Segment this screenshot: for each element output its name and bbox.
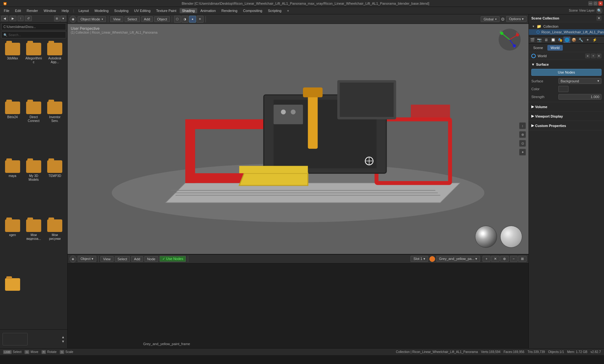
- folder-direct-connect[interactable]: Direct Connect: [24, 100, 43, 158]
- world-browse-btn[interactable]: ≡: [585, 53, 590, 58]
- physics-properties-tab[interactable]: ⚡: [591, 36, 598, 43]
- view-button[interactable]: View: [110, 16, 123, 22]
- folder-autodesk[interactable]: Autodesk App...: [45, 41, 65, 99]
- nav-back-button[interactable]: ◀: [1, 16, 8, 21]
- color-preview[interactable]: [558, 86, 568, 92]
- menu-scripting[interactable]: Scripting: [266, 8, 284, 13]
- object-mode-button[interactable]: Object Mode: [78, 16, 106, 22]
- strength-value[interactable]: 1.000: [558, 94, 601, 100]
- surface-dropdown[interactable]: Background ▾: [558, 78, 601, 84]
- folder-inventor-serv[interactable]: Inventor Serv.: [45, 100, 65, 158]
- rendered-shading-button[interactable]: ☀: [197, 16, 204, 23]
- menu-layout[interactable]: Layout: [76, 8, 91, 13]
- global-dropdown[interactable]: Global: [481, 16, 500, 22]
- folder-bitrix24[interactable]: Bitrix24: [3, 100, 22, 158]
- sidebar-arrow-down[interactable]: ▼: [61, 339, 65, 343]
- view-tool-4[interactable]: ✦: [519, 149, 526, 156]
- world-properties-tab[interactable]: 🌐: [563, 36, 570, 43]
- folder-moi-video[interactable]: Мои видеоза...: [24, 218, 43, 276]
- viewport-display-title[interactable]: ▶ Viewport Display: [531, 113, 601, 119]
- node-zoom-out[interactable]: −: [510, 256, 517, 262]
- folder-my3dmodels[interactable]: My 3D Models: [24, 159, 43, 217]
- node-node-button[interactable]: Node: [144, 256, 158, 262]
- world-new-btn[interactable]: +: [591, 53, 596, 58]
- node-object-dropdown[interactable]: Object ▾: [78, 256, 96, 262]
- viewport-3d[interactable]: User Perspective (1) Collection | Ricon_…: [68, 24, 528, 254]
- menu-add-workspace[interactable]: +: [285, 8, 292, 13]
- menu-file[interactable]: File: [1, 8, 12, 13]
- outliner-collection-item[interactable]: ▼ 📁 Collection: [529, 24, 604, 29]
- search-global-button[interactable]: 🔍: [596, 7, 603, 14]
- menu-window[interactable]: Window: [41, 8, 59, 13]
- menu-sculpting[interactable]: Sculpting: [112, 8, 131, 13]
- render-properties-tab[interactable]: 📷: [536, 36, 543, 43]
- menu-edit[interactable]: Edit: [13, 8, 24, 13]
- options-button[interactable]: Options ▾: [506, 16, 527, 22]
- volume-section-title[interactable]: ▶ Volume: [531, 103, 601, 110]
- filter-button[interactable]: ▼: [60, 16, 66, 21]
- menu-modeling[interactable]: Modeling: [92, 8, 111, 13]
- use-nodes-toggle[interactable]: ✓ Use Nodes: [159, 256, 186, 262]
- view-tool-3[interactable]: ⊙: [519, 140, 526, 147]
- maximize-button[interactable]: □: [593, 1, 598, 6]
- menu-compositing[interactable]: Compositing: [241, 8, 265, 13]
- scene-toggle-btn[interactable]: Scene: [530, 45, 546, 51]
- node-canvas[interactable]: wheelchair_lift_frame_reflect.png Color …: [68, 263, 528, 348]
- use-nodes-button[interactable]: Use Nodes: [531, 69, 601, 76]
- view-tool-2[interactable]: ⊕: [519, 131, 526, 138]
- axis-gizmo[interactable]: X Y Z: [497, 27, 525, 55]
- folder-xgen[interactable]: xgen: [3, 218, 22, 276]
- object-properties-tab[interactable]: 📦: [570, 36, 577, 43]
- outliner-object-item[interactable]: ⬡ Ricon_Linear_Wheelchair_Lift_AL1_Panor…: [529, 29, 604, 35]
- modifier-properties-tab[interactable]: 🔧: [577, 36, 584, 43]
- close-button[interactable]: ✕: [598, 1, 603, 6]
- node-tool-2[interactable]: ✕: [491, 256, 500, 262]
- file-browser-path[interactable]: C:\Users\idmax\Docu...: [1, 23, 66, 30]
- world-toggle-btn[interactable]: World: [547, 45, 563, 51]
- nav-refresh-button[interactable]: ↺: [25, 16, 32, 21]
- particles-properties-tab[interactable]: ✦: [584, 36, 591, 43]
- surface-section-title[interactable]: ▼ Surface: [531, 61, 601, 68]
- nav-up-button[interactable]: ↑: [18, 16, 24, 21]
- view-tool-1[interactable]: ↕: [519, 122, 526, 129]
- menu-shading[interactable]: Shading: [180, 8, 197, 13]
- file-browser-search[interactable]: 🔍 Search...: [1, 31, 66, 38]
- menu-animation[interactable]: Animation: [198, 8, 218, 13]
- menu-help[interactable]: Help: [59, 8, 71, 13]
- filter-collections-button[interactable]: ▼: [596, 16, 601, 21]
- output-properties-tab[interactable]: 🖥: [543, 36, 550, 43]
- menu-render[interactable]: Render: [24, 8, 41, 13]
- material-shading-button[interactable]: ●: [189, 16, 196, 23]
- node-grid-toggle[interactable]: ⊞: [518, 256, 527, 262]
- world-unlink-btn[interactable]: ✕: [596, 53, 601, 58]
- material-dropdown[interactable]: Grey_and_yellow_pa... ▾: [436, 256, 480, 262]
- view-layer-properties-tab[interactable]: 🔲: [550, 36, 556, 43]
- menu-rendering[interactable]: Rendering: [219, 8, 240, 13]
- viewport-mode-icon[interactable]: ◉: [70, 16, 76, 23]
- sidebar-arrow-up[interactable]: ▲: [61, 335, 65, 339]
- menu-uv-editing[interactable]: UV Editing: [131, 8, 153, 13]
- custom-properties-title[interactable]: ▶ Custom Properties: [531, 122, 601, 129]
- folder-moi-risunki[interactable]: Мои рисунки: [45, 218, 65, 276]
- scene-properties-tab[interactable]: 🎬: [529, 36, 536, 43]
- nav-forward-button[interactable]: ▶: [9, 16, 16, 21]
- menu-texture-paint[interactable]: Texture Paint: [154, 8, 179, 13]
- select-button[interactable]: Select: [125, 16, 140, 22]
- folder-maya[interactable]: maya: [3, 159, 22, 217]
- object-button[interactable]: Object: [154, 16, 170, 22]
- slot-dropdown[interactable]: Slot 1 ▾: [411, 256, 428, 262]
- node-view-button[interactable]: View: [100, 256, 114, 262]
- folder-allegorithmic[interactable]: Allegorithmic: [24, 41, 43, 99]
- view-toggle-button[interactable]: ⊞: [54, 16, 60, 21]
- solid-shading-button[interactable]: ◑: [182, 16, 188, 23]
- wireframe-shading-button[interactable]: ⬡: [174, 16, 181, 23]
- node-select-button[interactable]: Select: [115, 256, 130, 262]
- node-add-button[interactable]: Add: [131, 256, 143, 262]
- folder-temp3d[interactable]: TEMP3D: [45, 159, 65, 217]
- node-tool-1[interactable]: +: [483, 256, 490, 262]
- node-editor-type-icon[interactable]: ◈: [70, 256, 76, 262]
- scene-settings-tab[interactable]: 🎭: [556, 36, 563, 43]
- minimize-button[interactable]: —: [588, 1, 593, 6]
- viewport-options-button[interactable]: ⚙: [501, 17, 505, 22]
- add-button[interactable]: Add: [141, 16, 153, 22]
